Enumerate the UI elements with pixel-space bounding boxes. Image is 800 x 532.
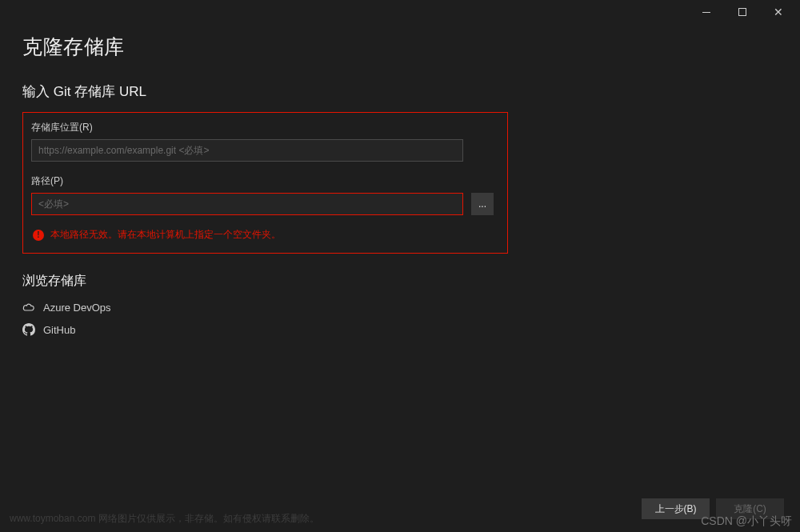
browse-path-button[interactable]: ...	[471, 193, 494, 215]
close-button[interactable]: ✕	[760, 0, 796, 24]
path-input[interactable]	[31, 193, 463, 215]
error-message: 本地路径无效。请在本地计算机上指定一个空文件夹。	[50, 228, 281, 242]
dialog-content: 克隆存储库 输入 Git 存储库 URL 存储库位置(R) 路径(P) ... …	[0, 24, 800, 336]
minimize-icon	[702, 12, 710, 13]
error-row: ! 本地路径无效。请在本地计算机上指定一个空文件夹。	[31, 228, 499, 242]
repo-link-label: Azure DevOps	[43, 302, 111, 314]
maximize-button[interactable]	[724, 0, 760, 24]
repo-link-github[interactable]: GitHub	[22, 323, 778, 336]
repo-link-label: GitHub	[43, 324, 75, 336]
repo-location-input[interactable]	[31, 139, 463, 162]
github-icon	[22, 323, 35, 336]
maximize-icon	[738, 8, 746, 16]
back-button[interactable]: 上一步(B)	[642, 498, 710, 519]
minimize-button[interactable]	[688, 0, 724, 24]
error-icon: !	[33, 230, 44, 241]
path-group: 路径(P) ...	[31, 174, 499, 215]
watermark-right: CSDN @小丫头呀	[701, 514, 792, 529]
watermark-left: www.toymoban.com 网络图片仅供展示，非存储。如有侵权请联系删除。	[10, 512, 319, 526]
repo-link-azure-devops[interactable]: Azure DevOps	[22, 301, 778, 314]
close-icon: ✕	[774, 6, 783, 18]
dialog-title: 克隆存储库	[22, 34, 778, 60]
repo-location-label: 存储库位置(R)	[31, 121, 499, 134]
url-section-title: 输入 Git 存储库 URL	[22, 82, 778, 101]
titlebar: ✕	[0, 0, 800, 24]
repo-location-group: 存储库位置(R)	[31, 121, 499, 162]
validation-error-box: 存储库位置(R) 路径(P) ... ! 本地路径无效。请在本地计算机上指定一个…	[22, 112, 508, 254]
path-label: 路径(P)	[31, 174, 499, 188]
cloud-icon	[22, 301, 35, 314]
browse-section-title: 浏览存储库	[22, 273, 778, 290]
